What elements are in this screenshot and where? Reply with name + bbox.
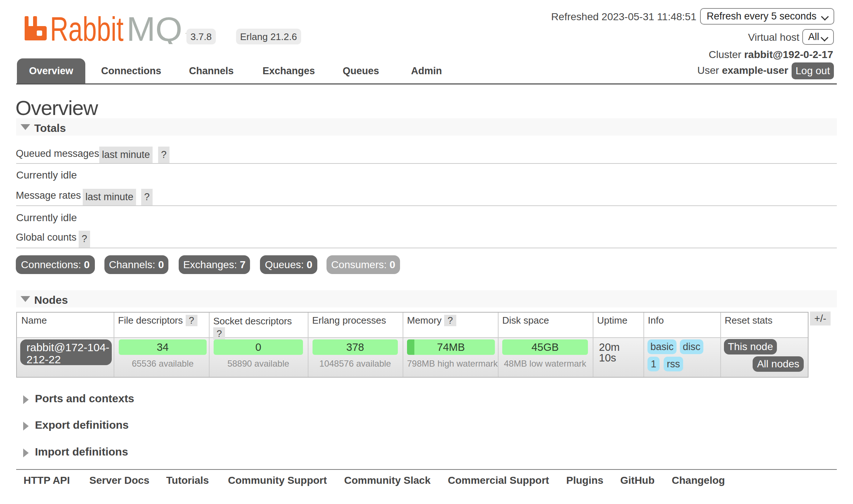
svg-text:Rabbit: Rabbit	[50, 15, 124, 44]
svg-text:MQ: MQ	[126, 15, 182, 44]
